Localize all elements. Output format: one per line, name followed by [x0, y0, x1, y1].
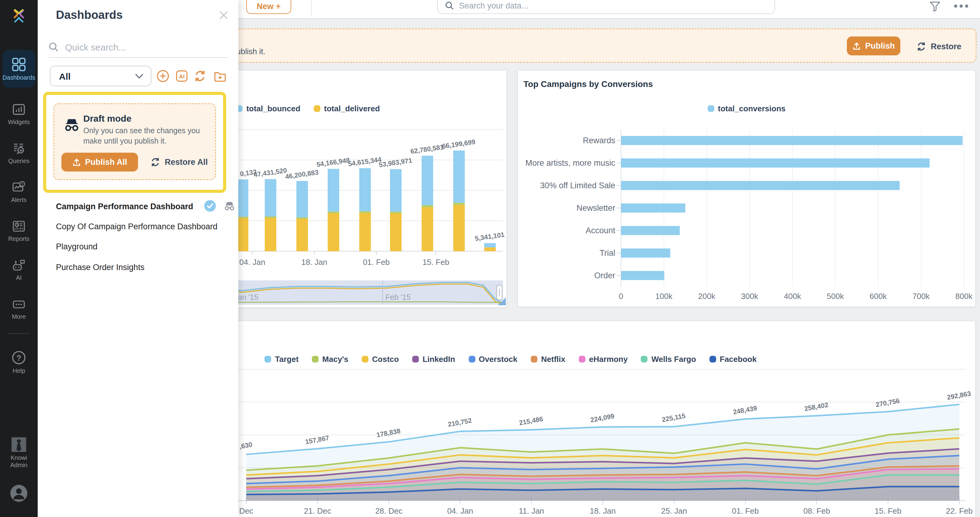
reports-icon	[11, 219, 26, 233]
bar-4[interactable]	[621, 226, 680, 235]
ai-generate-button[interactable]: AI	[175, 69, 188, 83]
legend-item[interactable]: total_bounced	[236, 104, 300, 113]
svg-text:Dec: Dec	[239, 506, 253, 515]
search-icon	[445, 1, 454, 10]
svg-text:700k: 700k	[913, 292, 930, 301]
new-button[interactable]: New +	[246, 0, 291, 14]
app-window: New + Search your data... Only you can s…	[0, 0, 980, 517]
dashboard-list-item[interactable]: Playground	[56, 239, 234, 255]
svg-text:100k: 100k	[655, 292, 673, 301]
sidebar-item-reports[interactable]: Reports	[0, 219, 38, 243]
user-avatar[interactable]	[0, 484, 38, 503]
legend-item[interactable]: Overstock	[468, 354, 517, 364]
legend-marker	[708, 105, 714, 112]
refresh-button[interactable]	[193, 69, 207, 83]
incognito-icon	[223, 201, 236, 211]
draft-mode-highlight: Draft mode Only you can see the changes …	[43, 92, 226, 193]
add-dashboard-button[interactable]	[156, 69, 170, 83]
dashboard-list-item[interactable]: Campaign Performance Dashboard	[56, 198, 234, 214]
bar-1[interactable]	[621, 158, 929, 168]
legend-item[interactable]: eHarmony	[579, 354, 628, 364]
sidebar-item-more[interactable]: More	[0, 297, 38, 321]
chart-legend: total_conversions	[518, 104, 975, 113]
svg-text:25. Jan: 25. Jan	[661, 506, 687, 515]
svg-text:?: ?	[16, 353, 21, 362]
legend-item[interactable]: Target	[265, 354, 299, 364]
svg-text:300k: 300k	[741, 292, 759, 301]
sidebar: Dashboards Widgets Queries Alerts Report	[0, 0, 38, 517]
upload-icon	[852, 41, 861, 50]
svg-text:157,867: 157,867	[305, 434, 330, 445]
bar-5[interactable]	[621, 249, 670, 258]
dashboard-filter-select[interactable]: All	[50, 66, 151, 86]
svg-text:292,863: 292,863	[946, 389, 972, 401]
sidebar-item-alerts[interactable]: Alerts	[0, 180, 38, 204]
quick-search-input[interactable]: Quick search...	[49, 37, 228, 58]
legend-item[interactable]: Netflix	[531, 354, 565, 364]
sidebar-item-dashboards[interactable]: Dashboards	[2, 50, 35, 88]
new-folder-button[interactable]	[213, 69, 227, 83]
svg-text:66,199,699: 66,199,699	[442, 138, 476, 150]
search-icon	[49, 41, 59, 52]
publish-button[interactable]: Publish	[847, 37, 900, 55]
restore-all-button[interactable]: Restore All	[146, 153, 212, 171]
legend-item[interactable]: Facebook	[710, 354, 757, 364]
published-check-icon	[204, 200, 216, 212]
dashboard-list-item[interactable]: Purchase Order Insights	[56, 259, 234, 275]
svg-text:Account: Account	[585, 226, 615, 235]
more-options-icon[interactable]	[953, 4, 969, 8]
bar-6[interactable]	[621, 271, 664, 280]
ai-assistant-icon	[11, 258, 26, 273]
svg-text:15. Feb: 15. Feb	[423, 258, 449, 267]
legend-item[interactable]: total_conversions	[708, 104, 786, 113]
legend-item[interactable]: Wells Fargo	[641, 354, 696, 364]
global-search-placeholder: Search your data...	[459, 1, 528, 10]
filter-icon[interactable]	[929, 1, 940, 13]
svg-text:210,752: 210,752	[447, 416, 473, 428]
sidebar-item-help[interactable]: ? Help	[0, 350, 38, 375]
svg-text:Trial: Trial	[600, 249, 616, 258]
legend-marker	[362, 356, 368, 362]
publish-all-button[interactable]: Publish All	[61, 153, 138, 172]
legend-item[interactable]: LinkedIn	[412, 354, 455, 364]
legend-item[interactable]: Costco	[362, 354, 399, 364]
legend-item[interactable]: Macy's	[312, 354, 348, 364]
global-search-input[interactable]: Search your data...	[437, 0, 775, 14]
svg-text:28. Dec: 28. Dec	[375, 506, 402, 515]
sidebar-item-queries[interactable]: Queries	[0, 141, 38, 165]
widget-top-campaigns: Top Campaigns by Conversions total_conve…	[517, 70, 976, 307]
sidebar-item-ai[interactable]: AI	[0, 258, 38, 282]
draft-mode-description: Only you can see the changes you make un…	[83, 126, 215, 147]
svg-text:01. Feb: 01. Feb	[363, 258, 390, 267]
divider	[311, 0, 312, 17]
panel-title: Dashboards	[56, 8, 123, 22]
svg-text:500k: 500k	[827, 292, 844, 301]
navigator-handle[interactable]	[497, 285, 502, 300]
dashboards-panel: Dashboards Quick search... All AI	[38, 0, 238, 517]
bar-3[interactable]	[621, 203, 686, 212]
restore-button[interactable]: Restore	[913, 38, 965, 55]
svg-text:18. Jan: 18. Jan	[590, 506, 616, 515]
quick-search-placeholder: Quick search...	[65, 41, 126, 52]
legend-item[interactable]: total_delivered	[314, 104, 380, 113]
svg-text:04. Jan: 04. Jan	[239, 258, 265, 267]
dashboard-list-item[interactable]: Copy Of Campaign Performance Dashboard	[56, 219, 234, 235]
svg-text:800k: 800k	[955, 292, 973, 301]
knowi-logo-icon[interactable]	[10, 7, 27, 24]
help-icon: ?	[11, 350, 27, 365]
close-icon[interactable]	[219, 10, 229, 20]
bar-0[interactable]	[621, 136, 963, 145]
legend-marker	[531, 356, 538, 362]
legend-marker	[312, 356, 318, 362]
bar-2[interactable]	[621, 181, 900, 190]
svg-text:Rewards: Rewards	[583, 136, 615, 145]
svg-text:54,615,344: 54,615,344	[348, 155, 382, 168]
sidebar-item-widgets[interactable]: Widgets	[0, 102, 38, 126]
legend-marker	[314, 105, 320, 112]
svg-text:270,756: 270,756	[875, 397, 900, 408]
admin-tie-icon	[11, 437, 27, 453]
svg-text:Newsletter: Newsletter	[576, 203, 615, 212]
svg-text:200k: 200k	[698, 292, 716, 301]
sidebar-item-admin[interactable]: Knowi Admin	[0, 437, 38, 469]
draft-mode-box: Draft mode Only you can see the changes …	[54, 104, 216, 180]
